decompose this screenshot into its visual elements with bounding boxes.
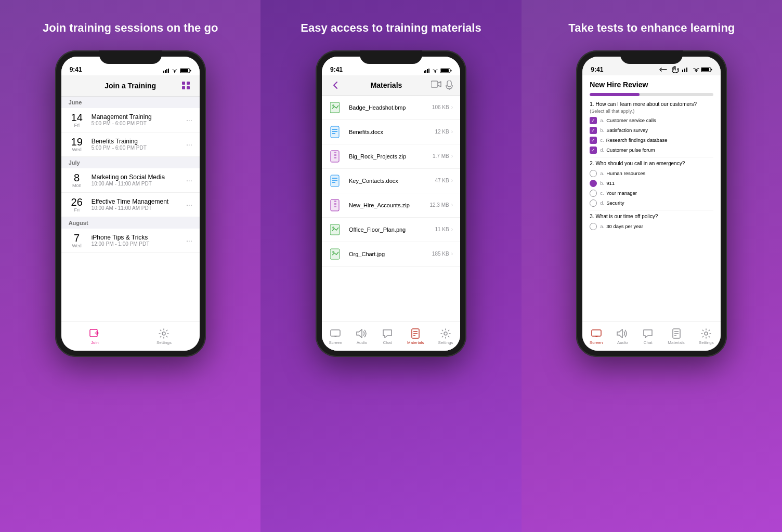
- grid-icon[interactable]: [180, 79, 192, 92]
- phone-1: 9:41 Join a Training June: [55, 50, 206, 357]
- answer-2c[interactable]: c. Your manager: [590, 190, 713, 197]
- file-item-floorplan[interactable]: Office_Floor_Plan.png 11 KB ›: [322, 218, 460, 242]
- tab-settings-3[interactable]: Settings: [699, 328, 714, 345]
- materials-content: Badge_Headshot.bmp 106 KB › Benefits.doc…: [322, 96, 460, 322]
- svg-rect-11: [187, 86, 190, 89]
- chat-icon-2: [382, 328, 393, 339]
- event-social: Marketing on Social Media 10:00 AM - 11:…: [92, 174, 186, 187]
- tab-settings-1[interactable]: Settings: [157, 328, 172, 345]
- nav-title-1: Join a Training: [105, 82, 156, 90]
- svg-point-69: [705, 332, 708, 335]
- answer-1b[interactable]: ✓ b. Satisfaction survey: [590, 127, 713, 134]
- date-7: 7 Wed: [69, 233, 85, 248]
- phone-inner-3: 9:41 New Hire Review: [582, 57, 721, 351]
- tab-audio-3[interactable]: Audio: [617, 328, 628, 345]
- section-july: July: [61, 157, 200, 168]
- settings-icon-3: [700, 328, 712, 339]
- event-management: Management Training 5:00 PM - 6:00 PM PD…: [92, 113, 186, 126]
- wifi-icon-3: [693, 67, 700, 72]
- audio-icon-2: [356, 328, 368, 339]
- svg-rect-33: [334, 154, 336, 156]
- schedule-item-14[interactable]: 14 Fri Management Training 5:00 PM - 6:0…: [61, 108, 200, 132]
- quiz-inner: New Hire Review 1. How can I learn more …: [582, 75, 721, 238]
- panel-2-title: Easy access to training materials: [301, 21, 481, 36]
- svg-rect-10: [182, 86, 185, 89]
- status-time-1: 9:41: [70, 66, 82, 73]
- date-26: 26 Fri: [69, 197, 85, 212]
- tab-join[interactable]: Join: [89, 328, 100, 345]
- tab-materials-active[interactable]: Materials: [407, 328, 424, 345]
- answer-1d[interactable]: ✓ d. Customer pulse forum: [590, 147, 713, 154]
- file-item-orgchart[interactable]: Org_Chart.jpg 185 KB ›: [322, 242, 460, 267]
- panel-quiz: Take tests to enhance learning 9:41: [522, 0, 782, 532]
- file-item-contacts[interactable]: Key_Contacts.docx 47 KB ›: [322, 169, 460, 193]
- svg-point-46: [332, 251, 334, 253]
- settings-icon-2: [440, 328, 451, 339]
- answer-2b[interactable]: b. 911: [590, 180, 713, 187]
- tab-audio-2[interactable]: Audio: [356, 328, 368, 345]
- date-8: 8 Mon: [69, 172, 85, 188]
- chat-icon-3: [642, 328, 654, 339]
- schedule-item-8[interactable]: 8 Mon Marketing on Social Media 10:00 AM…: [61, 168, 200, 193]
- svg-rect-41: [334, 203, 336, 205]
- answer-3a[interactable]: a. 30 days per year: [590, 223, 713, 230]
- svg-rect-2: [166, 69, 167, 73]
- quiz-progress: [590, 93, 713, 96]
- section-june: June: [61, 97, 200, 108]
- battery-icon: [180, 68, 191, 73]
- audio-icon-3: [617, 328, 628, 339]
- svg-point-4: [174, 72, 175, 73]
- notch-2: [360, 50, 422, 64]
- back-icon-2[interactable]: [329, 79, 342, 91]
- signal-icon-2: [424, 69, 430, 73]
- schedule-item-26[interactable]: 26 Fri Effective Time Management 10:00 A…: [61, 193, 200, 217]
- file-item-benefits[interactable]: Benefits.docx 12 KB ›: [322, 120, 460, 144]
- tab-screen-3[interactable]: Screen: [590, 328, 603, 345]
- tab-chat-3[interactable]: Chat: [642, 328, 654, 345]
- svg-rect-45: [330, 249, 340, 259]
- file-item-badge[interactable]: Badge_Headshot.bmp 106 KB ›: [322, 96, 460, 120]
- svg-rect-1: [165, 70, 166, 73]
- svg-rect-17: [428, 69, 429, 73]
- answer-2d[interactable]: d. Security: [590, 200, 713, 207]
- section-august: August: [61, 217, 200, 229]
- schedule-item-7[interactable]: 7 Wed iPhone Tips & Tricks 12:00 PM - 1:…: [61, 229, 200, 253]
- svg-point-18: [435, 72, 436, 73]
- tab-settings-2[interactable]: Settings: [438, 328, 453, 345]
- event-time-mgmt: Effective Time Management 10:00 AM - 11:…: [92, 198, 186, 211]
- status-icons-3: [659, 66, 712, 73]
- video-icon[interactable]: [431, 81, 441, 88]
- signals-icon-3: [682, 67, 692, 72]
- answer-1a[interactable]: ✓ a. Customer service calls: [590, 117, 713, 124]
- tab-chat-2[interactable]: Chat: [382, 328, 393, 345]
- tab-materials-3[interactable]: Materials: [668, 328, 684, 345]
- wifi-icon-2: [432, 69, 438, 73]
- nav-bar-2: Materials: [322, 75, 460, 96]
- svg-rect-8: [182, 82, 185, 85]
- question-3: 3. What is our time off policy? a. 30 da…: [590, 214, 713, 230]
- hand-icon: [671, 66, 680, 73]
- file-icon-doc-2: [329, 174, 344, 188]
- schedule-item-19[interactable]: 19 Wed Benefits Training 5:00 PM - 6:00 …: [61, 132, 200, 157]
- tab-bar-2: Screen Audio Chat: [322, 322, 460, 351]
- answer-1c[interactable]: ✓ c. Research findings database: [590, 137, 713, 144]
- svg-rect-3: [168, 69, 169, 73]
- svg-rect-61: [701, 68, 709, 71]
- svg-rect-35: [331, 175, 339, 187]
- tab-screen-2[interactable]: Screen: [329, 328, 342, 345]
- schedule-content: June 14 Fri Management Training 5:00 PM …: [61, 97, 200, 322]
- panel-3-title: Take tests to enhance learning: [568, 21, 735, 36]
- file-icon-image: [329, 100, 344, 115]
- answer-2a[interactable]: a. Human resources: [590, 170, 713, 177]
- tab-bar-3: Screen Audio Chat: [582, 322, 721, 351]
- file-item-bigrock[interactable]: Big_Rock_Projects.zip 1.7 MB ›: [322, 144, 460, 169]
- svg-rect-7: [180, 69, 188, 72]
- question-1: 1. How can I learn more about our custom…: [590, 101, 713, 154]
- svg-rect-57: [686, 68, 687, 72]
- panel-materials: Easy access to training materials 9:41 M…: [260, 0, 521, 532]
- mic-icon[interactable]: [446, 81, 453, 90]
- nav-title-2: Materials: [371, 81, 402, 89]
- file-item-newhire[interactable]: New_Hire_Accounts.zip 12.3 MB ›: [322, 193, 460, 218]
- quiz-title: New Hire Review: [590, 81, 713, 89]
- file-icon-zip: [329, 149, 344, 164]
